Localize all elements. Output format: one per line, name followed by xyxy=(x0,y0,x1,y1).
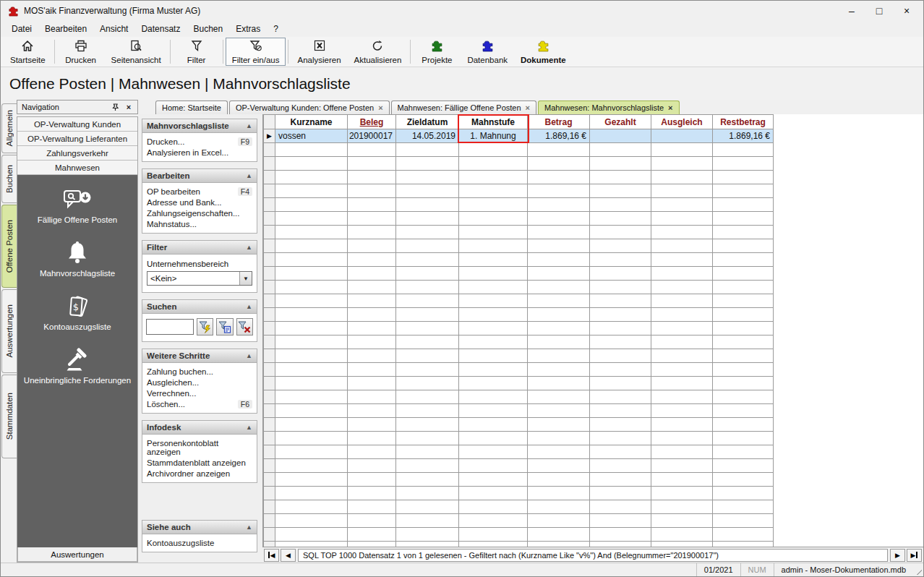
task-loeschen[interactable]: Löschen... F6 xyxy=(142,398,257,409)
chevron-down-icon[interactable]: ▼ xyxy=(239,272,252,285)
filter-toggle-icon xyxy=(249,40,262,53)
filter-form-button[interactable] xyxy=(216,318,233,335)
unternehmensbereich-dropdown[interactable]: <Kein> ▼ xyxy=(147,271,252,286)
column-header-restbetrag[interactable]: Restbetrag xyxy=(713,115,774,129)
cell-kurzname[interactable]: vossen xyxy=(275,129,348,143)
column-header-zieldatum[interactable]: Zieldatum xyxy=(396,115,459,129)
nav-item-faellige-offene-posten[interactable]: Fällige Offene Posten xyxy=(38,187,117,224)
section-header[interactable]: Weitere Schritte ▲ xyxy=(142,349,257,363)
column-header-kurzname[interactable]: Kurzname xyxy=(275,115,348,129)
cell-beleg[interactable]: 201900017 xyxy=(348,129,396,143)
row-selector-cell xyxy=(263,418,275,432)
aktualisieren-button[interactable]: Aktualisieren xyxy=(348,38,408,66)
module-tab-offene-posten[interactable]: Offene Posten xyxy=(1,205,17,288)
seitenansicht-button[interactable]: Seitenansicht xyxy=(105,38,168,66)
module-tab-allgemein[interactable]: Allgemein xyxy=(1,103,17,153)
task-stammdatenblatt[interactable]: Stammdatenblatt anzeigen xyxy=(142,457,257,468)
column-header-betrag[interactable]: Betrag xyxy=(528,115,590,129)
task-zahlungseigenschaften[interactable]: Zahlungseigenschaften... xyxy=(142,208,257,218)
task-ausgleichen[interactable]: Ausgleichen... xyxy=(142,377,257,388)
clear-filter-button[interactable] xyxy=(236,318,253,335)
task-zahlung-buchen[interactable]: Zahlung buchen... xyxy=(142,366,257,377)
section-header[interactable]: Filter ▲ xyxy=(142,241,257,255)
column-header-mahnstufe[interactable]: Mahnstufe xyxy=(459,115,528,129)
task-personenkontoblatt[interactable]: Personenkontoblatt anzeigen xyxy=(142,437,257,457)
nav-item-uneinbringliche-forderungen[interactable]: Uneinbringliche Forderungen xyxy=(24,347,131,385)
projekte-button[interactable]: Projekte xyxy=(413,38,461,66)
last-record-button[interactable]: ▶ xyxy=(907,549,922,562)
module-tab-buchen[interactable]: Buchen xyxy=(1,155,17,203)
module-tab-stammdaten[interactable]: Stammdaten xyxy=(1,375,17,458)
close-tab-icon[interactable]: × xyxy=(526,103,530,112)
first-record-button[interactable]: ◀ xyxy=(264,549,279,562)
row-selector-cell xyxy=(263,171,275,184)
menu-bearbeiten[interactable]: Bearbeiten xyxy=(38,22,93,36)
task-op-bearbeiten[interactable]: OP bearbeiten F4 xyxy=(142,186,257,197)
nav-item-mahnvorschlagsliste[interactable]: Mahnvorschlagsliste xyxy=(40,240,115,278)
cell-zieldatum[interactable]: 14.05.2019 xyxy=(396,129,459,143)
column-header-ausgleich[interactable]: Ausgleich xyxy=(651,115,713,129)
close-panel-icon[interactable]: × xyxy=(123,103,134,111)
tab-home-startseite[interactable]: Home: Startseite xyxy=(155,101,228,114)
nav-group-op-lieferanten[interactable]: OP-Verwaltung Lieferanten xyxy=(17,132,137,146)
cell-gezahlt[interactable] xyxy=(590,129,651,143)
module-tab-auswertungen[interactable]: Auswertungen xyxy=(1,289,17,373)
close-tab-icon[interactable]: × xyxy=(378,103,382,112)
drucken-button[interactable]: Drucken xyxy=(57,38,105,66)
cell-mahnstufe[interactable]: 1. Mahnung xyxy=(459,129,528,143)
maximize-button[interactable]: □ xyxy=(865,2,893,20)
cell-betrag[interactable]: 1.869,16 € xyxy=(528,129,590,143)
task-archivordner[interactable]: Archivordner anzeigen xyxy=(142,468,257,479)
minimize-button[interactable]: – xyxy=(838,2,865,20)
filter-button[interactable]: Filter xyxy=(173,38,221,66)
menu-extras[interactable]: Extras xyxy=(229,22,267,36)
menu-datensatz[interactable]: Datensatz xyxy=(134,22,187,36)
nav-group-mahnwesen[interactable]: Mahnwesen xyxy=(17,161,137,175)
section-header[interactable]: Bearbeiten ▲ xyxy=(142,169,257,183)
column-header-gezahlt[interactable]: Gezahlt xyxy=(590,115,651,129)
menu-ansicht[interactable]: Ansicht xyxy=(93,22,134,36)
close-tab-icon[interactable]: × xyxy=(668,103,672,112)
search-input[interactable] xyxy=(146,319,194,335)
task-drucken[interactable]: Drucken... F9 xyxy=(142,136,257,147)
tab-op-verwaltung-kunden[interactable]: OP-Verwaltung Kunden: Offene Posten × xyxy=(229,101,390,114)
table-empty-rows xyxy=(263,143,774,547)
section-header[interactable]: Infodesk ▲ xyxy=(142,421,257,435)
section-header[interactable]: Siehe auch ▲ xyxy=(142,521,257,534)
analysieren-button[interactable]: Analysieren xyxy=(291,38,347,66)
startseite-button[interactable]: Startseite xyxy=(4,38,52,66)
nav-group-op-kunden[interactable]: OP-Verwaltung Kunden xyxy=(17,117,137,132)
next-record-button[interactable]: ▶ xyxy=(890,549,905,562)
pin-icon[interactable] xyxy=(111,103,123,111)
task-mahnstatus[interactable]: Mahnstatus... xyxy=(142,218,257,229)
resize-grip[interactable] xyxy=(913,563,923,576)
section-header[interactable]: Suchen ▲ xyxy=(142,300,257,314)
task-kontoauszugsliste[interactable]: Kontoauszugsliste xyxy=(142,537,257,548)
previous-record-button[interactable]: ◀ xyxy=(281,549,296,562)
tab-mahnwesen-mahnvorschlagsliste[interactable]: Mahnwesen: Mahnvorschlagsliste × xyxy=(538,101,680,114)
close-button[interactable]: × xyxy=(893,2,920,20)
task-verrechnen[interactable]: Verrechnen... xyxy=(142,388,257,398)
row-selector-cell xyxy=(263,322,275,335)
task-analysieren-excel[interactable]: Analysieren in Excel... xyxy=(142,147,257,158)
section-header[interactable]: Mahnvorschlagsliste ▲ xyxy=(142,119,257,133)
table-row-selected[interactable]: ▶ vossen 201900017 14.05.2019 1. Mahnung… xyxy=(263,129,774,143)
menu-hilfe[interactable]: ? xyxy=(267,22,285,36)
nav-item-kontoauszugsliste[interactable]: $ Kontoauszugsliste xyxy=(43,294,111,331)
datenbank-button[interactable]: Datenbank xyxy=(461,38,514,66)
apply-filter-button[interactable] xyxy=(197,318,213,335)
nav-bottom-auswertungen[interactable]: Auswertungen xyxy=(17,547,137,562)
dokumente-button[interactable]: Dokumente xyxy=(514,38,573,66)
tab-mahnwesen-faellige-op[interactable]: Mahnwesen: Fällige Offene Posten × xyxy=(391,101,536,114)
task-adresse-bank[interactable]: Adresse und Bank... xyxy=(142,197,257,208)
nav-group-zahlungsverkehr[interactable]: Zahlungsverkehr xyxy=(17,146,137,161)
column-header-beleg[interactable]: Beleg xyxy=(348,115,396,129)
row-selector-cell[interactable]: ▶ xyxy=(263,129,275,143)
menu-buchen[interactable]: Buchen xyxy=(187,22,229,36)
menu-datei[interactable]: Datei xyxy=(5,22,38,36)
cell-ausgleich[interactable] xyxy=(651,129,713,143)
database-indicator: admin - Moser-Dokumentation.mdb xyxy=(774,563,913,576)
collapse-icon: ▲ xyxy=(246,424,252,431)
cell-restbetrag[interactable]: 1.869,16 € xyxy=(713,129,774,143)
filter-toggle-button[interactable]: Filter ein/aus xyxy=(226,38,286,66)
